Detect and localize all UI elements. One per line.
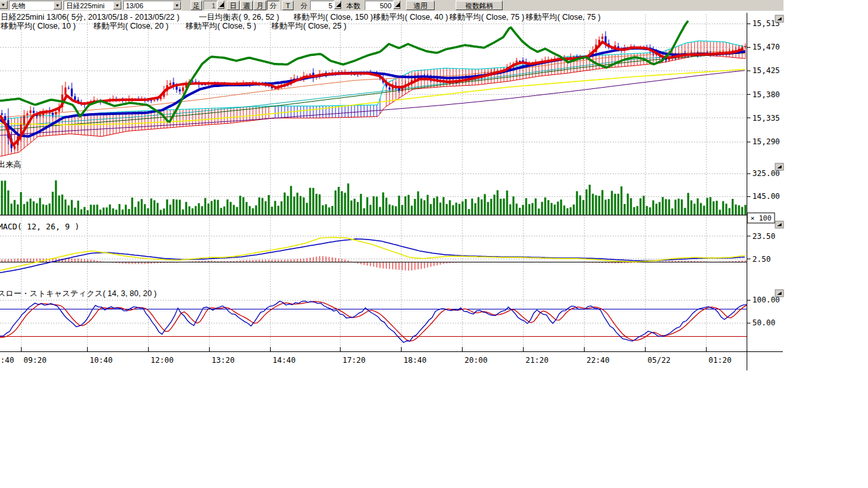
- volume-bar: [363, 208, 365, 215]
- volume-bar: [675, 200, 677, 215]
- volume-bar: [262, 198, 264, 215]
- volume-bar: [700, 203, 702, 215]
- volume-bar: [259, 198, 261, 215]
- volume-bar: [678, 198, 680, 215]
- volume-bar: [411, 206, 413, 215]
- legend-item: 移動平均( Close, 75 ): [526, 13, 600, 22]
- volume-bar: [681, 200, 683, 215]
- volume-bar: [694, 204, 696, 215]
- volume-bar: [211, 201, 213, 215]
- volume-bar: [74, 208, 76, 215]
- volume-bar: [52, 192, 54, 215]
- volume-bar: [433, 198, 435, 215]
- legend-item: 移動平均( Close, 40 ): [373, 13, 448, 22]
- volume-bar: [383, 193, 384, 215]
- volume-bar: [109, 205, 111, 215]
- volume-bar: [294, 196, 295, 215]
- volume-bar: [649, 207, 651, 215]
- volume-bar: [30, 199, 32, 215]
- candle-body: [1, 113, 3, 114]
- candle-body: [71, 88, 73, 96]
- volume-bar: [567, 208, 569, 215]
- volume-bar: [621, 186, 623, 215]
- volume-bar: [329, 207, 330, 215]
- volume-bar: [227, 200, 229, 215]
- volume-bar: [548, 200, 550, 215]
- volume-bar: [275, 201, 276, 215]
- volume-bar: [742, 207, 743, 215]
- volume-bar: [465, 199, 467, 215]
- volume-bar: [122, 210, 124, 215]
- volume-bar: [128, 209, 130, 215]
- price-axis-label: 15,380: [752, 90, 780, 99]
- x-axis-tick-label: 01:20: [709, 356, 731, 365]
- volume-bar: [710, 197, 712, 215]
- volume-bar: [614, 194, 616, 215]
- volume-bar: [11, 203, 13, 215]
- volume-bar: [357, 202, 359, 215]
- volume-bar: [344, 193, 346, 215]
- volume-bar: [236, 207, 238, 215]
- volume-bar: [348, 184, 349, 215]
- volume-bar: [249, 206, 251, 215]
- volume-bar: [586, 189, 588, 215]
- volume-bar: [732, 199, 734, 215]
- volume-bar: [65, 200, 67, 215]
- volume-bar: [84, 207, 86, 215]
- candle-body: [24, 116, 25, 124]
- volume-bar: [132, 198, 133, 215]
- volume-bar: [93, 205, 95, 215]
- candle-body: [65, 88, 67, 95]
- volume-bar: [367, 197, 369, 215]
- volume-bar: [541, 202, 543, 215]
- volume-bar: [160, 210, 162, 215]
- volume-bar: [627, 194, 629, 215]
- volume-bar: [611, 191, 613, 215]
- volume-bar: [1, 180, 3, 215]
- legend-item: 一目均衡表( 9, 26, 52 ): [199, 13, 279, 22]
- volume-bar: [475, 203, 477, 215]
- x-axis-tick-label: 09:20: [24, 356, 46, 365]
- volume-bar: [417, 191, 419, 215]
- volume-bar: [195, 206, 197, 215]
- volume-bar: [62, 194, 64, 215]
- volume-bar: [713, 201, 715, 215]
- volume-bar: [672, 208, 674, 215]
- volume-bar: [595, 195, 597, 215]
- volume-bar: [176, 200, 178, 215]
- volume-bar: [147, 208, 149, 215]
- candle-body: [176, 86, 178, 90]
- price-axis-label: 15,425: [752, 66, 780, 75]
- volume-bar: [510, 204, 512, 215]
- volume-bar: [602, 190, 604, 215]
- volume-bar: [532, 203, 534, 215]
- volume-bar: [449, 200, 451, 215]
- volume-bar: [656, 204, 658, 215]
- volume-bar: [443, 197, 445, 215]
- volume-bar: [303, 198, 305, 215]
- volume-bar: [716, 201, 718, 215]
- volume-bar: [570, 207, 572, 215]
- volume-bar: [100, 210, 102, 215]
- volume-bar: [688, 193, 689, 215]
- candle-body: [179, 90, 181, 92]
- volume-bar: [78, 201, 79, 215]
- volume-bar: [233, 205, 235, 215]
- candle-body: [68, 88, 70, 88]
- volume-bar: [300, 196, 302, 215]
- volume-bar: [281, 201, 283, 215]
- volume-bar: [662, 197, 664, 215]
- volume-bar: [144, 204, 146, 215]
- volume-bar: [125, 205, 127, 215]
- volume-bar: [332, 206, 334, 215]
- volume-bar: [163, 208, 165, 215]
- volume-bar: [646, 206, 648, 215]
- x-axis-tick-label-partial: 02:40: [0, 356, 14, 365]
- volume-bar: [33, 201, 35, 215]
- volume-bar: [46, 205, 48, 215]
- volume-bar: [255, 205, 257, 215]
- volume-bar: [703, 206, 705, 215]
- candle-body: [182, 88, 184, 92]
- volume-bar: [335, 191, 337, 215]
- volume-bar: [392, 205, 394, 215]
